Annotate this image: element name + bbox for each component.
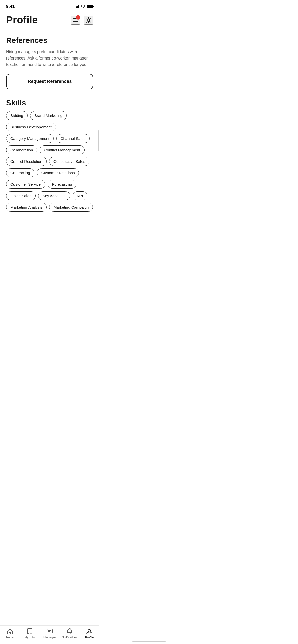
skill-tag[interactable]: Key Accounts [38, 191, 70, 200]
status-icons [75, 5, 93, 8]
skill-tag[interactable]: Collaboration [6, 145, 37, 154]
skill-tag[interactable]: Bidding [6, 111, 28, 120]
skill-tag[interactable]: Marketing Analysis [6, 203, 47, 212]
status-bar: 9:41 [0, 0, 99, 12]
page-header: Profile 1 [0, 12, 99, 30]
skill-tag[interactable]: Forecasting [48, 180, 76, 189]
skill-tag[interactable]: Marketing Campaign [49, 203, 93, 212]
scroll-content: References Hiring managers prefer candid… [0, 36, 99, 237]
header-actions: 1 [71, 16, 93, 25]
skill-tag[interactable]: Conflict Resolution [6, 157, 47, 166]
settings-button[interactable] [84, 16, 93, 25]
skill-tag[interactable]: Inside Sales [6, 191, 36, 200]
skill-tag[interactable]: KPI [73, 191, 87, 200]
references-title: References [6, 36, 93, 45]
skills-title: Skills [6, 98, 93, 107]
header-divider [0, 30, 99, 30]
skill-tag[interactable]: Contracting [6, 168, 34, 177]
skill-tag[interactable]: Business Developement [6, 123, 56, 131]
signal-icon [75, 5, 79, 8]
skill-tag[interactable]: Channel Sales [56, 134, 90, 143]
skill-tag[interactable]: Consultative Sales [49, 157, 89, 166]
wifi-icon [81, 5, 85, 8]
notification-badge: 1 [76, 15, 80, 20]
svg-point-0 [88, 19, 90, 21]
request-references-button[interactable]: Request References [6, 74, 93, 89]
scroll-indicator [98, 130, 99, 151]
status-time: 9:41 [6, 4, 15, 9]
list-icon-button[interactable]: 1 [71, 16, 80, 25]
page-title: Profile [6, 14, 38, 26]
skill-tag[interactable]: Customer Service [6, 180, 45, 189]
references-description: Hiring managers prefer candidates with r… [6, 49, 93, 68]
skill-tag[interactable]: Category Management [6, 134, 54, 143]
skill-tag[interactable]: Customer Relations [37, 168, 79, 177]
battery-icon [87, 5, 93, 8]
skill-tag[interactable]: Brand Marketing [30, 111, 67, 120]
skills-tags: BiddingBrand MarketingBusiness Developem… [6, 111, 93, 212]
skill-tag[interactable]: Conflict Management [40, 145, 85, 154]
gear-icon [85, 17, 92, 24]
